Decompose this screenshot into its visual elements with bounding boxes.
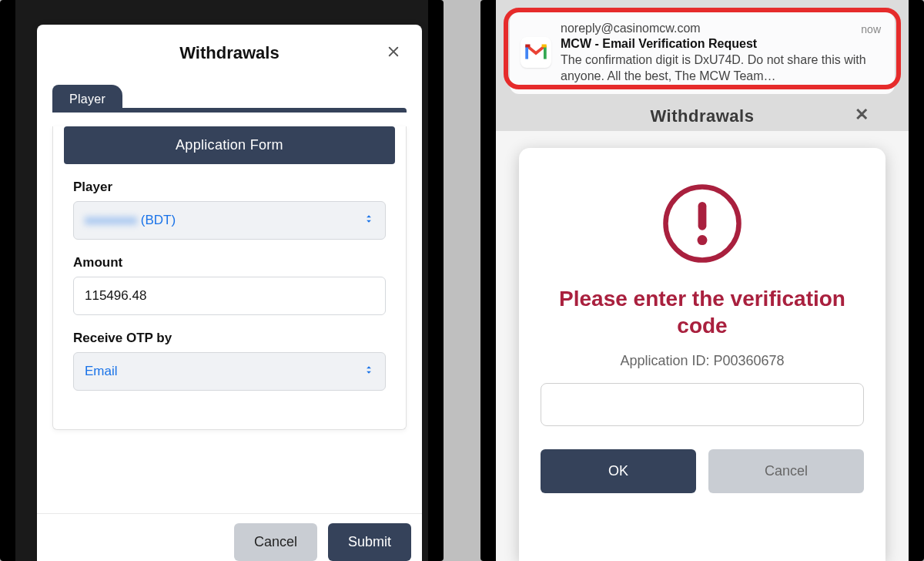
field-player: Player xxxxxxxx (BDT) — [73, 180, 386, 240]
phone-right-verification: Withdrawals ✕ now noreply@casinomcw.com … — [480, 0, 924, 561]
chevron-updown-icon — [363, 213, 374, 227]
field-otp: Receive OTP by Email — [73, 331, 386, 391]
select-player-value: xxxxxxxx (BDT) — [85, 213, 176, 228]
panel-header: Application Form — [64, 126, 395, 164]
warning-icon — [661, 182, 744, 268]
bg-close-icon: ✕ — [855, 105, 869, 125]
form-panel: Application Form Player xxxxxxxx (BDT) A… — [52, 126, 407, 430]
svg-rect-1 — [698, 202, 707, 230]
notification-highlight — [504, 8, 901, 89]
modal-body: Player Application Form Player xxxxxxxx … — [37, 82, 422, 430]
select-otp-value: Email — [85, 364, 118, 379]
cancel-button[interactable]: Cancel — [234, 523, 317, 561]
close-icon[interactable] — [387, 45, 400, 62]
modal-footer: Cancel Submit — [37, 513, 422, 561]
label-amount: Amount — [73, 255, 386, 270]
cancel-button[interactable]: Cancel — [708, 449, 864, 493]
bg-title: Withdrawals — [496, 106, 909, 126]
tab-strip: Player — [52, 82, 407, 113]
phone-left-withdrawals-form: Withdrawals Player Application Form Play… — [0, 0, 444, 561]
submit-button[interactable]: Submit — [328, 523, 411, 561]
label-player: Player — [73, 180, 386, 195]
input-amount[interactable] — [73, 277, 386, 315]
modal-title: Withdrawals — [179, 43, 279, 63]
label-otp: Receive OTP by — [73, 331, 386, 346]
select-otp[interactable]: Email — [73, 352, 386, 391]
select-player[interactable]: xxxxxxxx (BDT) — [73, 201, 386, 240]
chevron-updown-icon — [363, 364, 374, 378]
ok-button[interactable]: OK — [541, 449, 696, 493]
tab-player[interactable]: Player — [52, 85, 122, 113]
field-amount: Amount — [73, 255, 386, 315]
verification-footer: OK Cancel — [541, 449, 864, 493]
verification-modal: Please enter the verification code Appli… — [519, 148, 886, 561]
verification-code-input[interactable] — [541, 383, 864, 426]
modal-card: Withdrawals Player Application Form Play… — [37, 25, 422, 561]
svg-point-2 — [698, 235, 708, 245]
verification-heading: Please enter the verification code — [541, 285, 864, 339]
modal-header: Withdrawals — [37, 25, 422, 82]
application-id: Application ID: P00360678 — [620, 353, 784, 369]
